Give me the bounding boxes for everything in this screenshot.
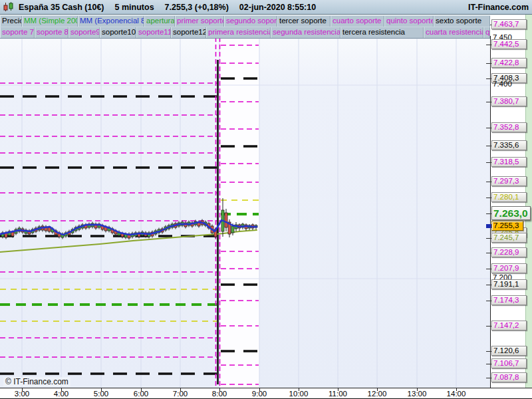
legend-item-r1-2[interactable]: MM (Simple 200): [22, 16, 78, 27]
legend-item-r2-7[interactable]: primera resistencia: [206, 27, 271, 38]
time-label: 4:00: [54, 390, 68, 398]
price-tick: [486, 301, 491, 301]
legend-item-r1-3[interactable]: MM (Exponencial 8): [78, 16, 144, 27]
price-label: 7.422,8: [491, 58, 527, 68]
price-label: 7.245,7: [491, 233, 527, 243]
legend-item-r1-9[interactable]: quinto soporte: [384, 16, 434, 27]
legend-item-r2-5[interactable]: soporte11: [136, 27, 171, 38]
legend-toolbar: PrecioMM (Simple 200)MM (Exponencial 8)a…: [0, 15, 490, 39]
legend-item-r1-1[interactable]: Precio: [0, 16, 22, 27]
price-tick: [486, 63, 491, 64]
header-bar: España 35 Cash (10€) 5 minutos 7.255,3 (…: [0, 0, 532, 15]
legend-item-r2-1[interactable]: soporte 7: [0, 27, 35, 38]
time-label: 7:00: [173, 390, 188, 398]
price-tick: [486, 269, 491, 269]
price-tick: [486, 285, 491, 285]
legend-item-r2-6[interactable]: soporte12: [171, 27, 206, 38]
price-label: 7.087,8: [491, 372, 527, 382]
legend-item-r1-10[interactable]: sexto soporte: [434, 16, 490, 27]
legend-item-r2-11[interactable]: quinta r: [483, 27, 490, 38]
price-label: 7.147,2: [491, 321, 527, 331]
time-label: 11:00: [329, 390, 347, 398]
legend-row-1: PrecioMM (Simple 200)MM (Exponencial 8)a…: [0, 15, 490, 27]
price-tick: [486, 378, 491, 378]
price-axis-line: [490, 36, 491, 388]
price-tick: [486, 253, 491, 253]
price-tick: [486, 182, 491, 182]
time-label: 13:00: [408, 390, 427, 398]
legend-item-r2-8[interactable]: segunda resistencia: [271, 27, 340, 38]
brand-link[interactable]: IT-Finance.com: [468, 3, 529, 12]
price-tick: [486, 78, 491, 79]
legend-item-r2-9[interactable]: tercera resistencia: [340, 27, 424, 38]
price-label: 7.174,3: [491, 295, 527, 305]
legend-item-r1-7[interactable]: tercer soporte: [277, 16, 331, 27]
price-label: 7.335,6: [491, 140, 527, 150]
legend-item-r2-2[interactable]: soporte 8: [35, 27, 68, 38]
instrument-title: España 35 Cash (10€): [19, 3, 104, 12]
time-label: 6:00: [134, 390, 148, 398]
price-label: 7.191,1: [491, 279, 527, 289]
price-label: 7.318,5: [491, 157, 527, 167]
price-label: 7.280,1: [491, 192, 527, 202]
price-label: 7.207,9: [491, 263, 527, 273]
time-label: 14:00: [447, 390, 466, 398]
legend-row-2: soporte 7soporte 8soporte9soporte10sopor…: [0, 27, 490, 38]
legend-item-r1-5[interactable]: primer soporte: [175, 16, 224, 27]
price-tick: [486, 238, 491, 239]
price-label: 7.106,7: [491, 358, 527, 368]
timeframe-label: 5 minutos: [115, 3, 154, 12]
time-label: 3:00: [15, 390, 29, 398]
price-label: 7.380,7: [491, 96, 527, 106]
price-label: 7.228,9: [491, 247, 527, 257]
price-tick: [486, 351, 491, 352]
datetime-label: 02-jun-2020 8:55:10: [239, 3, 316, 12]
price-label: 7.120,6: [491, 346, 527, 356]
price-tick: [486, 162, 491, 163]
price-tick: [486, 213, 491, 214]
price-label: 7.297,3: [491, 176, 527, 186]
price-tick: [486, 128, 491, 128]
price-tick: [486, 364, 491, 364]
price-tick: [486, 102, 491, 102]
legend-item-r1-4[interactable]: apertura: [144, 16, 175, 27]
price-tick: [486, 198, 491, 198]
last-price-change: 7.255,3 (+0,18%): [165, 3, 229, 12]
time-label: 5:00: [94, 390, 108, 398]
price-label: 7.400: [493, 80, 528, 90]
legend-item-r2-4[interactable]: soporte10: [100, 27, 136, 38]
price-tick: [486, 45, 491, 45]
price-tick: [486, 326, 491, 327]
time-axis[interactable]: 3:004:005:006:007:008:009:0010:0011:0012…: [0, 388, 532, 399]
price-label: 7.442,5: [491, 39, 527, 49]
time-label: 9:00: [252, 390, 267, 398]
price-tick: [486, 146, 491, 146]
legend-item-r1-8[interactable]: cuarto soporte: [331, 16, 384, 27]
legend-item-r2-10[interactable]: cuarta resistencia: [424, 27, 483, 38]
copyright-notice: © IT-Finance.com: [3, 377, 70, 386]
current-session-background: [219, 36, 259, 388]
legend-item-r2-3[interactable]: soporte9: [68, 27, 100, 38]
price-label: 7.352,8: [491, 122, 527, 132]
legend-item-r1-6[interactable]: segundo soporte: [224, 16, 277, 27]
candlestick-icon: [3, 2, 15, 12]
chart-canvas[interactable]: [0, 36, 490, 388]
time-label: 10:00: [289, 390, 309, 398]
price-label: 7.463,7: [491, 19, 527, 29]
time-label: 12:00: [368, 390, 387, 398]
price-label: 7.255,3: [491, 221, 523, 231]
price-label: 7.263,0: [491, 206, 531, 220]
time-label: 8:00: [212, 390, 227, 398]
